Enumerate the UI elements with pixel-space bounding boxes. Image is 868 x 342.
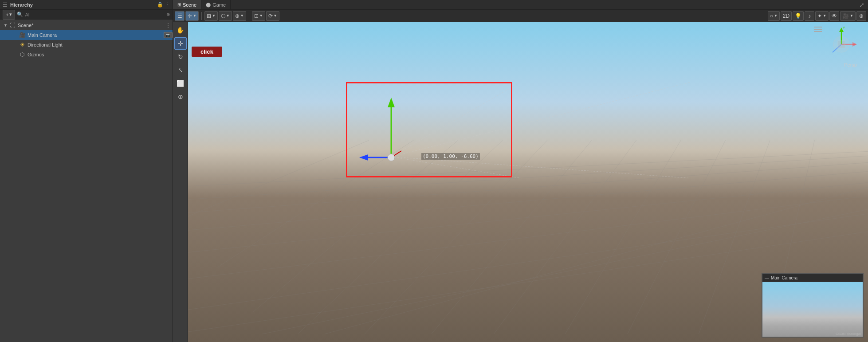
game-tab-icon: ⬤ — [206, 2, 211, 7]
hierarchy-content: ▼ ⛶ Scene* ⋮ ▶ 🎥 Main Camera 📷 ▶ ☀ Direc… — [0, 20, 173, 342]
hierarchy-item-gizmos[interactable]: ▶ ⬡ Gizmos — [0, 50, 173, 59]
plus-icon: + — [6, 12, 8, 17]
hand-tool-icon: ✋ — [177, 27, 184, 34]
scene-label: Scene* — [18, 23, 164, 28]
hierarchy-panel-header: ☰ Hierarchy 🔒 ⋮ — [0, 0, 173, 10]
svg-line-24 — [391, 157, 690, 178]
directional-light-label: Directional Light — [27, 42, 173, 47]
gizmos-label: Gizmos — [27, 52, 173, 57]
camera-badge: 📷 — [164, 32, 173, 38]
move3d-dropdown-icon: ▼ — [226, 14, 230, 18]
search-extra-icon: ⊕ — [166, 12, 170, 17]
move-icon: ✛ — [188, 13, 192, 19]
tab-scene[interactable]: ⊞ Scene — [173, 0, 201, 9]
hierarchy-item-directional-light[interactable]: ▶ ☀ Directional Light — [0, 40, 173, 50]
tool-pivot-btn[interactable]: ⊡ ▼ — [252, 11, 265, 21]
tool-light-btn[interactable]: 💡 — [793, 11, 804, 21]
camera-badge-icon: 📷 — [166, 33, 170, 37]
svg-marker-33 — [839, 28, 844, 32]
tool-sphere-btn[interactable]: ○ ▼ — [768, 11, 780, 21]
pivot-dropdown-icon: ▼ — [259, 14, 263, 18]
expand-arrow-icon: ▼ — [4, 23, 9, 28]
corner-gizmo: Y — [824, 27, 859, 62]
svg-line-22 — [391, 157, 520, 178]
global-dropdown-icon: ▼ — [274, 14, 277, 18]
hierarchy-header-icons: 🔒 ⋮ — [157, 2, 170, 8]
tool-audio-btn[interactable]: ♪ — [805, 11, 814, 21]
add-label: ▾ — [9, 12, 12, 17]
tool-sidebar-rotate[interactable]: ↻ — [174, 51, 187, 63]
tool-eye-btn[interactable]: 👁 — [829, 11, 839, 21]
scene-tab-label: Scene — [183, 2, 196, 8]
menu-line3 — [814, 31, 822, 32]
hierarchy-search-bar: + ▾ 🔍 ⊕ — [0, 10, 173, 20]
tool-sidebar-scale[interactable]: ⤡ — [174, 64, 187, 76]
cam-icon: 🎥 — [842, 13, 849, 19]
tool-snap-btn[interactable]: ⊕ ▼ — [233, 11, 246, 21]
sep1 — [201, 12, 202, 20]
svg-line-12 — [365, 140, 547, 334]
left-tool-group: ☰ ✛ ▼ — [175, 11, 199, 21]
svg-line-13 — [432, 140, 592, 334]
hierarchy-item-main-camera[interactable]: ▶ 🎥 Main Camera 📷 — [0, 30, 173, 40]
move-dropdown-icon: ▼ — [193, 14, 196, 18]
svg-text:Y: Y — [843, 27, 845, 30]
svg-rect-38 — [838, 41, 845, 48]
scene-icon: ⛶ — [9, 22, 16, 29]
fx-dropdown-icon: ▼ — [823, 14, 826, 18]
rect-tool-icon: ⬜ — [177, 80, 184, 87]
camera-preview-watermark: CSDN @adogai — [836, 332, 861, 336]
tool-sidebar-transform[interactable]: ⊕ — [174, 90, 187, 103]
scene-tab-row: ⊞ Scene ⬤ Game ⤢ — [173, 0, 868, 10]
tool-3dmove-btn[interactable]: ⬡ ▼ — [219, 11, 232, 21]
tool-fx-btn[interactable]: ✦ ▼ — [815, 11, 829, 21]
scene-menu-icon[interactable]: ⋮ — [164, 22, 173, 28]
svg-line-0 — [173, 151, 868, 187]
pivot-icon: ⊡ — [254, 13, 259, 19]
persp-label: Persp — [844, 62, 857, 67]
svg-line-11 — [298, 140, 503, 334]
search-input[interactable] — [25, 12, 165, 17]
main-layout: ☰ Hierarchy 🔒 ⋮ + ▾ 🔍 ⊕ ▼ ⛶ Scene* ⋮ — [0, 0, 868, 342]
more-icon[interactable]: ⋮ — [165, 2, 170, 8]
2d-label: 2D — [783, 13, 789, 19]
tool-overlay-btn[interactable]: ⊕ — [856, 11, 866, 21]
scene-area-maximize[interactable]: ⤢ — [859, 1, 868, 8]
svg-line-10 — [253, 140, 458, 312]
fx-icon: ✦ — [817, 13, 822, 19]
viewport-menu-lines[interactable] — [812, 26, 824, 33]
lock-icon[interactable]: 🔒 — [157, 2, 163, 8]
tool-sidebar: ✋ ✛ ↻ ⤡ ⬜ ⊕ — [173, 22, 188, 342]
tool-cam-btn[interactable]: 🎥 ▼ — [840, 11, 856, 21]
tool-hand-btn[interactable]: ☰ — [175, 11, 185, 21]
tool-sidebar-hand[interactable]: ✋ — [174, 24, 187, 36]
add-button[interactable]: + ▾ — [3, 10, 15, 20]
svg-line-3 — [173, 172, 868, 232]
move-tool-icon: ✛ — [178, 40, 183, 47]
click-button[interactable]: click — [192, 47, 222, 57]
scene-toolbar: ☰ ✛ ▼ ⊞ ▼ ⬡ ▼ — [173, 10, 868, 22]
overlay-icon: ⊕ — [859, 13, 864, 19]
tool-move-btn[interactable]: ✛ ▼ — [185, 11, 199, 21]
tool-2d-btn[interactable]: 2D — [781, 11, 792, 21]
svg-line-23 — [391, 83, 690, 157]
audio-icon: ♪ — [808, 13, 811, 19]
scale-tool-icon: ⤡ — [178, 67, 183, 74]
scene-viewport[interactable]: ✋ ✛ ↻ ⤡ ⬜ ⊕ click — [173, 22, 868, 342]
svg-line-2 — [173, 162, 868, 214]
tool-global-btn[interactable]: ⟳ ▼ — [266, 11, 279, 21]
right-tool-group: ○ ▼ 2D 💡 ♪ ✦ ▼ — [768, 11, 866, 21]
grid-icon: ⊞ — [207, 13, 211, 19]
svg-marker-36 — [852, 42, 857, 47]
snap-dropdown-icon: ▼ — [240, 14, 244, 18]
camera-preview-viewport — [762, 282, 863, 337]
tab-game[interactable]: ⬤ Game — [201, 0, 231, 9]
tool-grid-btn[interactable]: ⊞ ▼ — [204, 11, 218, 21]
tool-sidebar-rect[interactable]: ⬜ — [174, 77, 187, 90]
cam-dropdown-icon: ▼ — [850, 14, 853, 18]
grid-dropdown-icon: ▼ — [212, 14, 216, 18]
scene-top-section: ⊞ Scene ⬤ Game ⤢ ☰ ✛ ▼ — [173, 0, 868, 22]
tool-sidebar-move[interactable]: ✛ — [174, 37, 187, 50]
svg-line-14 — [494, 140, 636, 334]
hierarchy-item-scene[interactable]: ▼ ⛶ Scene* ⋮ — [0, 20, 173, 30]
